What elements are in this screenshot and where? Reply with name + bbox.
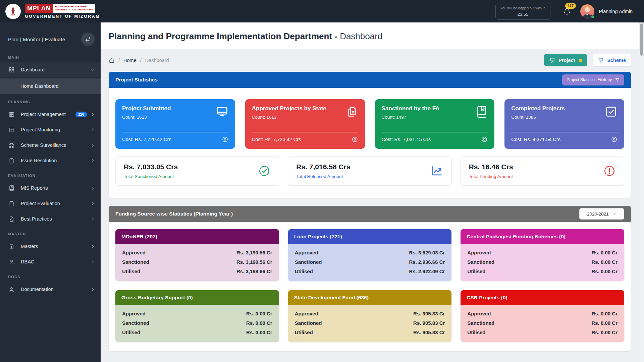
- funnel-icon: [615, 77, 620, 82]
- user-name: Planning Admin: [599, 9, 633, 14]
- funding-card-csr-projects-0: CSR Projects (0)ApprovedRs. 0.00 CrSanct…: [461, 290, 624, 342]
- layout-icon: [8, 127, 15, 133]
- seal-alert-icon: [603, 165, 616, 177]
- stat-card-footer: Cost: Rs. 7,720.42 Crs: [252, 132, 358, 143]
- book-bookmark-icon: [475, 105, 488, 118]
- sidebar-item-documentation[interactable]: Documentation: [0, 282, 101, 297]
- funding-card-body: ApprovedRs. 905.83 CrSanctionedRs. 905.8…: [288, 305, 452, 342]
- files-icon: [345, 105, 358, 118]
- funding-row-label: Approved: [122, 309, 146, 318]
- sidebar-item-label: Masters: [21, 244, 90, 249]
- breadcrumb-row: / Home / Dashboard Project Scheme: [101, 49, 639, 70]
- total-card-total-sanctioned-amount: Rs. 7,033.05 CrsTotal Sanctioned Amount: [115, 156, 279, 186]
- scrollbar-thumb[interactable]: [640, 23, 643, 56]
- sidebar-item-masters[interactable]: Masters: [0, 239, 101, 254]
- funding-row: UtilisedRs. 905.83 Cr: [295, 328, 445, 337]
- count-badge: 116: [75, 112, 87, 117]
- funding-card-body: ApprovedRs. 3,190.56 CrSanctionedRs. 3,1…: [115, 244, 279, 281]
- funding-row-value: Rs. 0.00 Cr: [591, 257, 618, 267]
- sidebar-subitem-home-dashboard[interactable]: Home Dashboard: [0, 78, 101, 94]
- app-header: MPLAN PLANNING & PROGRAMME IMPLEMENTATIO…: [0, 0, 644, 22]
- funding-row-value: Rs. 3,190.56 Cr: [236, 257, 272, 267]
- project-statistics-header: Project Statistics Project Statistics Fi…: [109, 72, 631, 88]
- chevron-down-icon: [612, 212, 616, 216]
- clipboard-icon: [8, 158, 15, 164]
- funding-row-label: Sanctioned: [122, 257, 149, 267]
- logout-timer-box: You will be logged out with in 23:55: [495, 3, 550, 20]
- project-view-button[interactable]: Project: [544, 54, 587, 66]
- main-area: Planning and Programme Implementation De…: [101, 22, 639, 362]
- sidebar-item-project-management[interactable]: Project Management116: [0, 107, 101, 122]
- clipboard-icon: [8, 200, 15, 207]
- eye-icon[interactable]: [611, 136, 618, 143]
- swap-icon: [85, 36, 91, 42]
- funding-row-value: Rs. 3,188.66 Cr: [236, 267, 272, 276]
- sidebar-item-rbac[interactable]: RBAC: [0, 254, 101, 269]
- sidebar-item-label: Issue Resolution: [21, 158, 90, 163]
- funding-row-label: Utilised: [295, 328, 313, 337]
- sidebar-item-label: Best Practices: [21, 216, 90, 222]
- home-icon[interactable]: [109, 57, 115, 63]
- funding-row-label: Sanctioned: [467, 318, 494, 328]
- eye-icon[interactable]: [222, 136, 228, 143]
- sidebar-section-master: MASTER: [0, 227, 101, 239]
- funding-row-value: Rs. 905.83 Cr: [413, 318, 445, 328]
- funding-row: SanctionedRs. 0.00 Cr: [467, 257, 618, 267]
- funding-row: ApprovedRs. 0.00 Cr: [122, 309, 272, 318]
- breadcrumb-current: Dashboard: [145, 58, 169, 63]
- funding-row: UtilisedRs. 2,922.09 Cr: [295, 267, 445, 276]
- sidebar-tagline: Plan | Monitor | Evaluate: [8, 37, 65, 42]
- file-plus-icon: [8, 243, 15, 250]
- funding-row-value: Rs. 3,629.03 Cr: [409, 248, 445, 257]
- total-label: Total Pending Amount: [469, 174, 513, 179]
- monitor-icon: [216, 105, 228, 118]
- breadcrumb-separator: /: [118, 58, 120, 63]
- funding-row-value: Rs. 0.00 Cr: [246, 309, 272, 318]
- sidebar-collapse-button[interactable]: [81, 33, 95, 46]
- project-statistics-filter-button[interactable]: Project Statistics Filetr by: [562, 74, 624, 85]
- board-icon: [549, 57, 555, 63]
- stat-card-cost: Cost: Rs. 4,371.54 Crs: [511, 137, 560, 142]
- funding-row-value: Rs. 0.00 Cr: [246, 328, 272, 337]
- funding-row-label: Approved: [467, 309, 491, 318]
- stat-card-approved-projects-by-state: Approved Projects by StateCount: 1613Cos…: [245, 99, 365, 149]
- stat-card-title: Completed Projects: [511, 105, 618, 112]
- check-square-icon: [605, 105, 618, 118]
- sidebar-item-project-evaluation[interactable]: Project Evaluation: [0, 196, 101, 211]
- sidebar-item-dashboard[interactable]: Dashboard: [0, 62, 101, 77]
- eye-icon[interactable]: [352, 136, 358, 143]
- seal-check-icon: [258, 165, 271, 177]
- notifications-button[interactable]: 117: [563, 7, 571, 15]
- stat-card-count: Count: 1613: [252, 115, 358, 120]
- sidebar-item-best-practices[interactable]: Best Practices: [0, 211, 101, 227]
- planning-year-select[interactable]: 2020-2021: [579, 208, 624, 220]
- funding-card-title: Gross Budgetary Support (0): [121, 295, 193, 301]
- chevron-right-icon: [90, 259, 95, 264]
- funding-row: SanctionedRs. 905.83 Cr: [295, 318, 445, 328]
- sidebar-item-scheme-surveillance[interactable]: Scheme Surveillance: [0, 137, 101, 153]
- chevron-right-icon: [90, 158, 95, 163]
- sidebar-item-mis-reports[interactable]: MIS Reports: [0, 180, 101, 196]
- app-logo[interactable]: MPLAN PLANNING & PROGRAMME IMPLEMENTATIO…: [0, 4, 101, 19]
- brand-name: MPLAN: [25, 4, 53, 13]
- funding-card-title: Central Packages/ Funding Schemes (0): [467, 234, 566, 240]
- funding-panel: Funding Source wise Statistics (Planning…: [109, 206, 631, 351]
- chevron-right-icon: [90, 112, 95, 117]
- breadcrumb-home-link[interactable]: Home: [123, 58, 137, 63]
- funding-card-header: Central Packages/ Funding Schemes (0): [461, 229, 624, 244]
- scheme-view-button[interactable]: Scheme: [593, 54, 631, 66]
- chevron-right-icon: [90, 127, 95, 132]
- funding-row-value: Rs. 905.83 Cr: [413, 328, 445, 337]
- funding-header: Funding Source wise Statistics (Planning…: [109, 206, 631, 222]
- user-avatar[interactable]: [580, 4, 594, 18]
- sidebar-item-label: MIS Reports: [21, 185, 90, 191]
- chevron-right-icon: [90, 244, 95, 249]
- funding-row: SanctionedRs. 2,936.66 Cr: [295, 257, 445, 267]
- funding-card-state-development-fund-686: State Development Fund (686)ApprovedRs. …: [288, 290, 452, 342]
- sidebar-item-project-monitoring[interactable]: Project Monitoring: [0, 122, 101, 137]
- funding-row-label: Sanctioned: [467, 257, 494, 267]
- funding-row-value: Rs. 0.00 Cr: [591, 248, 618, 257]
- eye-icon[interactable]: [481, 136, 488, 143]
- sidebar-item-issue-resolution[interactable]: Issue Resolution: [0, 153, 101, 168]
- nodes-icon: [8, 142, 15, 148]
